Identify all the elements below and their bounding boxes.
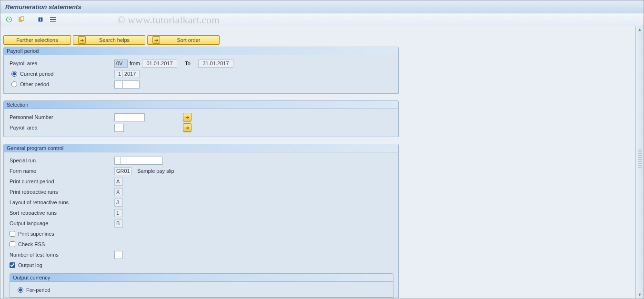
selection-group: Selection Personnel Number ➔ Payroll are… [3, 100, 399, 137]
num-test-forms-label: Number of test forms [8, 252, 114, 258]
payroll-period-header: Payroll period [4, 47, 398, 55]
output-log-checkbox[interactable] [10, 262, 15, 268]
search-helps-label: Search helps [89, 37, 140, 43]
output-currency-group: Output currency For-period [10, 273, 393, 298]
sort-order-button[interactable]: ➔ Sort order [147, 35, 220, 45]
payroll-area-multi-select-button[interactable]: ➔ [183, 123, 191, 132]
payroll-period-group: Payroll period Payroll area from To Curr… [3, 47, 399, 94]
search-helps-button[interactable]: ➔ Search helps [73, 35, 145, 45]
svg-rect-9 [50, 21, 56, 22]
page-title: Remuneration statements [5, 3, 81, 10]
special-run-input-3[interactable] [127, 157, 163, 165]
print-retro-input[interactable] [114, 188, 123, 196]
personnel-number-label: Personnel Number [8, 114, 114, 120]
sort-retro-label: Sort retroactive runs [8, 210, 114, 216]
sort-retro-input[interactable] [114, 209, 123, 217]
svg-text:i: i [40, 17, 41, 22]
form-name-input[interactable] [114, 167, 131, 175]
body-area: Further selections ➔ Search helps ➔ Sort… [0, 26, 644, 299]
title-bar: Remuneration statements [0, 0, 644, 13]
print-superlines-checkbox[interactable] [10, 231, 15, 237]
form-name-label: Form name [8, 168, 114, 174]
personnel-number-input[interactable] [114, 113, 145, 121]
svg-rect-8 [50, 19, 56, 20]
arrow-right-icon: ➔ [152, 36, 160, 44]
from-label: from [128, 60, 142, 66]
current-period-year-input[interactable] [122, 70, 140, 78]
variants-icon[interactable] [17, 15, 26, 24]
selection-header: Selection [4, 101, 398, 109]
print-retro-label: Print retroactive runs [8, 189, 114, 195]
window: Remuneration statements i © www.tutorial… [0, 0, 644, 299]
icon-toolbar: i [0, 13, 644, 26]
current-period-label: Current period [20, 71, 53, 77]
other-period-num-input[interactable] [114, 80, 123, 89]
print-current-input[interactable] [114, 178, 123, 186]
payroll-area-label: Payroll area [8, 60, 114, 66]
print-superlines-label: Print superlines [18, 231, 54, 237]
check-ess-checkbox[interactable] [10, 241, 15, 247]
for-period-label: For-period [26, 287, 50, 293]
scroll-down-icon[interactable]: ▼ [636, 291, 644, 299]
selection-payroll-area-input[interactable] [114, 124, 124, 132]
resize-grip-icon[interactable] [638, 150, 642, 169]
personnel-number-multi-select-button[interactable]: ➔ [183, 113, 191, 121]
general-program-control-group: General program control Special run Form… [3, 144, 399, 298]
other-period-radio[interactable] [11, 81, 17, 87]
execute-icon[interactable] [4, 15, 14, 24]
output-lang-label: Output language [8, 220, 114, 226]
output-currency-header: Output currency [10, 274, 393, 282]
check-ess-label: Check ESS [18, 241, 45, 247]
selection-payroll-area-label: Payroll area [8, 125, 114, 130]
form-name-desc: Sample pay slip [137, 168, 174, 174]
sort-order-label: Sort order [163, 37, 214, 43]
special-run-label: Special run [8, 158, 114, 163]
current-period-num-input[interactable] [114, 70, 123, 78]
gpc-header: General program control [4, 144, 398, 152]
content: Further selections ➔ Search helps ➔ Sort… [0, 26, 635, 299]
special-run-input-1[interactable] [114, 157, 121, 165]
vertical-scrollbar[interactable]: ▲ ▼ [635, 26, 644, 299]
further-selections-button[interactable]: Further selections [3, 35, 71, 45]
num-test-forms-input[interactable] [114, 251, 123, 259]
current-period-radio[interactable] [11, 71, 17, 77]
further-selections-label: Further selections [16, 37, 58, 43]
svg-rect-7 [50, 17, 56, 18]
other-period-year-input[interactable] [122, 80, 140, 89]
to-date-input[interactable] [198, 60, 233, 68]
payroll-area-input[interactable] [114, 60, 128, 68]
output-lang-input[interactable] [114, 219, 123, 228]
layout-retro-input[interactable] [114, 199, 123, 207]
print-current-label: Print current period [8, 179, 114, 184]
scroll-up-icon[interactable]: ▲ [636, 26, 644, 33]
arrow-right-icon: ➔ [78, 36, 86, 44]
from-date-input[interactable] [142, 60, 177, 68]
layout-retro-label: Layout of retroactive runs [8, 199, 114, 205]
output-log-label: Output log [18, 262, 42, 268]
svg-rect-4 [21, 17, 24, 20]
structure-icon[interactable] [48, 15, 58, 24]
other-period-label: Other period [20, 81, 49, 87]
special-run-input-2[interactable] [121, 157, 127, 165]
selection-toolbar: Further selections ➔ Search helps ➔ Sort… [3, 35, 635, 45]
info-icon[interactable]: i [36, 15, 45, 24]
for-period-radio[interactable] [18, 287, 23, 293]
to-label: To [177, 60, 198, 66]
